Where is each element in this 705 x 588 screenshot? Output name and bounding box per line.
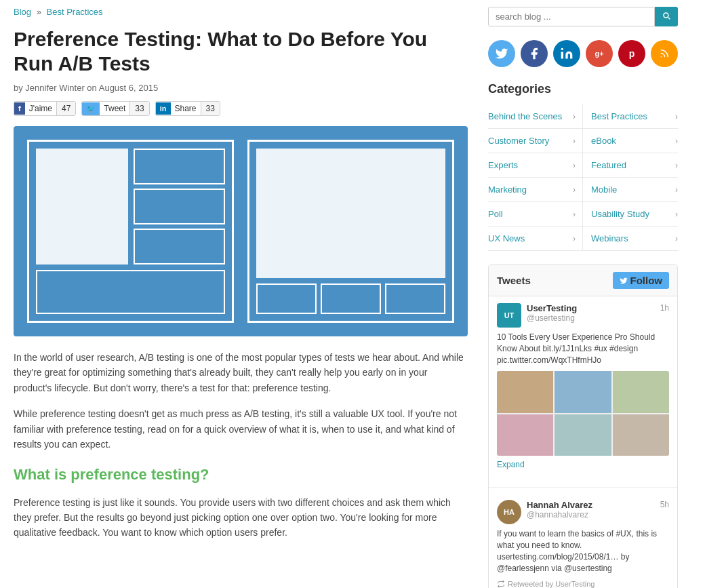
search-bar xyxy=(488,7,678,26)
wireframe-bottom-box-1 xyxy=(256,283,317,314)
category-label: Behind the Scenes xyxy=(488,111,562,121)
category-arrow: › xyxy=(675,185,678,195)
follow-button[interactable]: Follow xyxy=(613,272,670,289)
category-label: UX News xyxy=(488,233,525,243)
post-paragraph-3: Preference testing is just like it sound… xyxy=(14,495,468,541)
wireframe-top-left xyxy=(36,149,128,264)
category-arrow: › xyxy=(675,161,678,170)
social-gplus-icon[interactable]: g+ xyxy=(586,40,613,67)
tweet-img-4 xyxy=(497,414,553,456)
category-item-ebook[interactable]: eBook › xyxy=(583,129,678,153)
tweet-1-user-info: UserTesting @usertesting xyxy=(527,303,655,328)
categories-section: Categories Behind the Scenes › Best Prac… xyxy=(488,82,678,251)
wireframe-bottom-left xyxy=(36,270,225,314)
twitter-follow-icon xyxy=(620,277,628,285)
wireframe-left xyxy=(27,140,234,323)
facebook-icon: f xyxy=(14,102,25,115)
tweet-1-user: UT UserTesting @usertesting 1h xyxy=(497,303,669,328)
category-item-ux-news[interactable]: UX News › xyxy=(488,227,583,251)
category-item-behind-the-scenes[interactable]: Behind the Scenes › xyxy=(488,104,583,129)
tweet-img-1 xyxy=(497,371,553,413)
main-content: Blog » Best Practices Preference Testing… xyxy=(14,7,468,588)
tweet-2-user-info: Hannah Alvarez @hannahalvarez xyxy=(527,500,655,524)
wireframe-top xyxy=(36,149,225,264)
breadcrumb-separator: » xyxy=(37,7,41,17)
social-linkedin-icon[interactable] xyxy=(553,40,580,67)
post-meta: by Jennifer Winter on August 6, 2015 xyxy=(14,83,468,93)
linkedin-count: 33 xyxy=(201,102,220,115)
category-label: Featured xyxy=(591,160,626,170)
twitter-icon: 🐦 xyxy=(82,102,100,115)
category-label: Experts xyxy=(488,160,518,170)
category-label: Webinars xyxy=(591,233,628,243)
categories-title: Categories xyxy=(488,82,678,96)
category-item-best-practices[interactable]: Best Practices › xyxy=(583,104,678,129)
category-item-featured[interactable]: Featured › xyxy=(583,153,678,178)
tweet-1-expand[interactable]: Expand xyxy=(497,460,669,469)
category-arrow: › xyxy=(573,161,576,170)
tweet-2-avatar: HA xyxy=(497,500,521,524)
wireframe-box-1 xyxy=(134,149,226,184)
linkedin-share-button[interactable]: in Share 33 xyxy=(155,101,220,116)
wireframe-box-2 xyxy=(134,189,226,224)
tweet-1-handle: @usertesting xyxy=(527,313,655,323)
category-item-webinars[interactable]: Webinars › xyxy=(583,227,678,251)
social-facebook-icon[interactable] xyxy=(521,40,548,67)
tweet-2: HA Hannah Alvarez @hannahalvarez 5h If y… xyxy=(489,493,677,588)
post-paragraph-1: In the world of user research, A/B testi… xyxy=(14,350,468,395)
retweet-label: Retweeted by UserTesting xyxy=(508,580,595,588)
hero-image xyxy=(14,126,468,336)
category-label: Usability Study xyxy=(591,209,649,219)
sidebar: g+ p Categories Behind the Scenes › Best… xyxy=(488,7,678,588)
social-rss-icon[interactable] xyxy=(651,40,678,67)
category-arrow: › xyxy=(675,136,678,146)
facebook-label: J'aime xyxy=(25,102,56,115)
wireframe-box-3 xyxy=(134,229,226,264)
twitter-share-button[interactable]: 🐦 Tweet 33 xyxy=(81,101,149,116)
category-arrow: › xyxy=(675,112,678,121)
categories-grid: Behind the Scenes › Best Practices › Cus… xyxy=(488,104,678,251)
category-item-marketing[interactable]: Marketing › xyxy=(488,178,583,202)
tweet-img-3 xyxy=(613,371,669,413)
social-twitter-icon[interactable] xyxy=(488,40,515,67)
wireframe-container xyxy=(27,140,454,323)
tweets-header: Tweets Follow xyxy=(489,265,677,296)
category-item-customer-story[interactable]: Customer Story › xyxy=(488,129,583,153)
search-input[interactable] xyxy=(488,7,655,26)
tweet-1-username: UserTesting xyxy=(527,303,655,313)
category-item-experts[interactable]: Experts › xyxy=(488,153,583,178)
post-paragraph-2: While preference testing doesn't get as … xyxy=(14,406,468,452)
category-label: Best Practices xyxy=(591,111,647,121)
tweet-2-user: HA Hannah Alvarez @hannahalvarez 5h xyxy=(497,500,669,524)
tweet-img-5 xyxy=(555,414,611,456)
facebook-share-button[interactable]: f J'aime 47 xyxy=(14,101,76,116)
tweet-1-text: 10 Tools Every User Experience Pro Shoul… xyxy=(497,332,669,366)
share-buttons: f J'aime 47 🐦 Tweet 33 in Share 33 xyxy=(14,101,468,116)
breadcrumb-current-link[interactable]: Best Practices xyxy=(47,7,103,17)
tweet-2-handle: @hannahalvarez xyxy=(527,510,655,520)
tweet-divider xyxy=(489,487,677,488)
wireframe-bottom-box-3 xyxy=(385,283,445,314)
category-item-mobile[interactable]: Mobile › xyxy=(583,178,678,202)
linkedin-label: Share xyxy=(171,102,201,115)
social-icons: g+ p xyxy=(488,40,678,67)
wireframe-bottom-row xyxy=(256,283,445,314)
category-item-poll[interactable]: Poll › xyxy=(488,202,583,227)
category-item-usability-study[interactable]: Usability Study › xyxy=(583,202,678,227)
twitter-label: Tweet xyxy=(100,102,129,115)
tweet-2-time: 5h xyxy=(660,500,669,524)
tweet-1-avatar: UT xyxy=(497,303,521,328)
breadcrumb-blog-link[interactable]: Blog xyxy=(14,7,31,17)
retweet-icon xyxy=(497,580,505,588)
category-arrow: › xyxy=(573,112,576,121)
facebook-count: 47 xyxy=(56,102,75,115)
category-label: Poll xyxy=(488,209,503,219)
search-button[interactable] xyxy=(655,7,678,26)
social-pinterest-icon[interactable]: p xyxy=(618,40,645,67)
linkedin-icon: in xyxy=(156,102,171,115)
tweet-img-2 xyxy=(555,371,611,413)
post-body: In the world of user research, A/B testi… xyxy=(14,350,468,541)
category-arrow: › xyxy=(573,136,576,146)
tweet-2-retweet: Retweeted by UserTesting xyxy=(497,580,669,588)
wireframe-right xyxy=(247,140,454,323)
